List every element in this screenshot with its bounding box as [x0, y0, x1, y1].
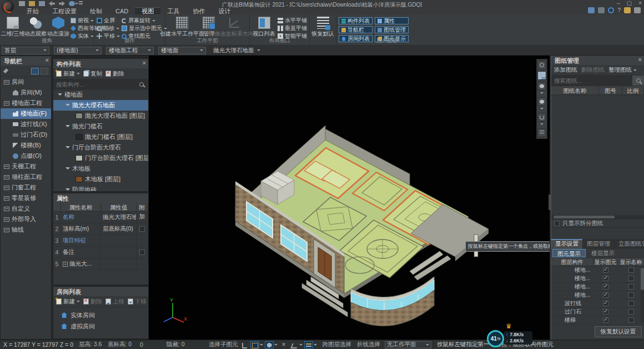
caret-down-icon[interactable] — [260, 344, 263, 347]
tab-layer-manager[interactable]: 图层管理 — [583, 239, 615, 249]
dropdown-component[interactable]: 抛光大理石地面 — [210, 47, 263, 54]
nav-tree-item[interactable]: 房间(M) — [1, 87, 51, 98]
ortho-mode-icon[interactable] — [240, 341, 249, 348]
account-icon[interactable] — [598, 7, 605, 13]
nav-tree-item[interactable]: 楼地面工程 — [1, 98, 51, 108]
toggle-drawing-manager[interactable]: 图纸管理 — [375, 26, 409, 33]
menu-draw[interactable]: 绘制 — [83, 7, 109, 14]
show-name-checkbox[interactable] — [628, 276, 634, 281]
cross-layer-select[interactable]: 跨图层选择 — [323, 341, 352, 348]
component-tree-item[interactable]: 抛光门槛石 [图层] — [53, 132, 148, 142]
show-element-checkbox[interactable] — [603, 284, 608, 290]
angle-snap-icon[interactable] — [290, 341, 299, 348]
panel-splitter[interactable] — [549, 195, 551, 210]
performance-gauge[interactable]: 41% — [487, 330, 504, 347]
component-tree-item[interactable]: 抛光门槛石 — [53, 121, 148, 132]
layer-display-row[interactable]: 楼地... — [551, 291, 644, 300]
reset-display-button[interactable]: 恢复默认设置 — [595, 326, 642, 337]
delete-component-button[interactable]: 删除 — [105, 70, 124, 78]
show-name-checkbox[interactable] — [628, 317, 634, 323]
layer-display-row[interactable]: 楼地... — [551, 283, 644, 291]
view-cube-icon[interactable] — [537, 82, 546, 91]
nav-tree-item[interactable]: 楼梯(B) — [1, 140, 51, 151]
component-tree-item[interactable]: 抛光大理石地面 [图层] — [53, 111, 148, 121]
pin-icon[interactable] — [3, 68, 8, 73]
subtab-element-display[interactable]: 图元显示 — [552, 249, 586, 257]
nav-tree-item[interactable]: 天棚工程 — [1, 161, 51, 172]
show-name-checkbox[interactable] — [628, 301, 634, 306]
dropdown-category[interactable]: (楼地面) — [54, 47, 102, 54]
nav-tree-item[interactable]: 零星装修 — [1, 193, 51, 203]
close-button[interactable]: × — [638, 0, 642, 6]
nav-tree-item[interactable]: 波打线(X) — [1, 119, 51, 129]
vertical-scrollbar[interactable] — [641, 267, 644, 322]
show-element-checkbox[interactable] — [603, 317, 608, 323]
rotate-view-icon[interactable] — [537, 113, 546, 122]
component-tree-item[interactable]: 防滑地砖 — [53, 185, 148, 192]
property-row[interactable]: 2 +顶标高(m) 层底标高(0) — [53, 223, 148, 235]
move-up-button[interactable]: 上移 — [105, 298, 124, 306]
component-tree-item[interactable]: 门厅台阶面大理石 — [53, 142, 148, 153]
workplane-dropdown[interactable]: 无工作平面 — [385, 341, 431, 348]
btn-walkthrough[interactable]: 动态漫游 — [48, 16, 69, 38]
attach-checkbox[interactable] — [139, 250, 145, 255]
btn-vtile[interactable]: 垂直平铺 — [278, 25, 307, 32]
polyline-select[interactable]: 折线选择 — [357, 341, 380, 348]
horizontal-scrollbar[interactable] — [551, 215, 644, 219]
add-drawing-button[interactable]: 添加图纸 — [554, 66, 577, 74]
component-tree-item[interactable]: 门厅台阶面大理石 [图层] — [53, 153, 148, 163]
dropdown-element-type[interactable]: 楼地面 — [158, 47, 206, 54]
new-component-button[interactable]: 新建 — [56, 70, 80, 78]
3d-viewport[interactable]: 按鼠标左键指定第一个角点，或拾取构件图元 Y X — [149, 56, 550, 340]
nav-tree-item[interactable]: 自定义 — [1, 203, 51, 214]
btn-screen-rotate[interactable]: 屏幕旋转 — [122, 17, 167, 24]
show-element-checkbox[interactable] — [603, 301, 608, 306]
toggle-navbar[interactable]: 导航栏 — [339, 26, 373, 33]
btn-viewport-list[interactable]: 视口列表 — [252, 16, 276, 38]
deselect-icon[interactable] — [279, 341, 288, 348]
component-tree-item[interactable]: 抛光大理石地面 — [53, 100, 148, 111]
copy-component-button[interactable]: 复制 — [83, 70, 102, 78]
toggle-component-list[interactable]: 构件列表 — [339, 17, 373, 24]
btn-orbit[interactable]: 动态观察 — [25, 16, 46, 38]
component-tree-item[interactable]: 木地板 — [53, 163, 148, 174]
move-down-button[interactable]: 下移 — [128, 298, 147, 306]
maximize-button[interactable]: ▢ — [627, 0, 632, 6]
caret-down-icon[interactable] — [540, 123, 544, 127]
caret-down-icon[interactable] — [274, 344, 278, 347]
view-style-icon[interactable] — [537, 97, 546, 106]
show-element-checkbox[interactable] — [603, 267, 608, 273]
menu-tools[interactable]: 工具 — [160, 7, 186, 14]
layer-display-row[interactable]: 楼梯 — [551, 316, 644, 325]
show-name-checkbox[interactable] — [628, 292, 634, 298]
nav-tree-item[interactable]: 门窗工程 — [1, 182, 51, 193]
nav-tree-item[interactable]: 墙柱面工程 — [1, 172, 51, 182]
new-room-button[interactable]: 新建 — [56, 298, 80, 306]
property-row[interactable]: 1 +名称 抛光大理石地面 — [53, 212, 148, 223]
nav-tree-item[interactable]: 过门石(D) — [1, 129, 51, 140]
caret-down-icon[interactable] — [540, 108, 544, 111]
property-row[interactable]: 5 +抛光大... — [53, 258, 148, 270]
btn-restore-default[interactable]: 恢复默认 — [312, 16, 334, 38]
subtab-floor-display[interactable]: 楼层显示 — [587, 249, 619, 257]
drawing-table-body[interactable] — [551, 95, 644, 215]
toggle-properties[interactable]: 属性 — [375, 17, 409, 24]
show-element-checkbox[interactable] — [603, 276, 608, 281]
nav-tree-item[interactable]: 点缀(O) — [1, 151, 51, 161]
btn-htile[interactable]: 水平平铺 — [278, 17, 307, 24]
list-view-icon[interactable] — [31, 68, 39, 74]
btn-create-workplane[interactable]: 创建水平工作平面 — [168, 16, 197, 38]
menu-view[interactable]: 视图 — [135, 7, 160, 14]
component-search-input[interactable] — [53, 81, 139, 88]
solid-select-icon[interactable] — [265, 341, 274, 348]
drawing-search-input[interactable] — [551, 76, 632, 86]
select-sub-element[interactable]: 选择子图元 — [209, 341, 238, 348]
menu-project-settings[interactable]: 工程设置 — [46, 7, 83, 14]
property-row[interactable]: 3 +项目特征 — [53, 235, 148, 247]
close-icon[interactable]: × — [638, 57, 642, 63]
caret-down-icon[interactable] — [299, 344, 303, 347]
dropdown-project[interactable]: 楼地面工程 — [106, 47, 154, 54]
layer-display-row[interactable]: 过门石 — [551, 308, 644, 316]
property-row[interactable]: 4 +备注 — [53, 247, 148, 258]
snap-settings-icon[interactable] — [304, 341, 313, 348]
